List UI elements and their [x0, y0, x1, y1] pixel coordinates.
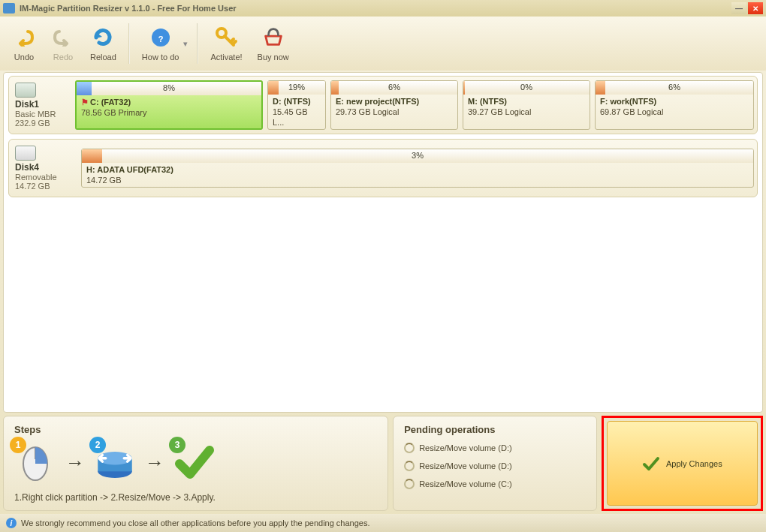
hdd-icon — [15, 83, 36, 98]
step-2-badge: 2 — [89, 437, 106, 453]
apply-highlight: Apply Changes — [602, 416, 763, 511]
spinner-icon — [404, 443, 415, 453]
minimize-button[interactable]: — — [731, 2, 746, 14]
toolbar-separator — [197, 23, 198, 64]
step-1-badge: 1 — [10, 437, 26, 453]
steps-text: 1.Right click partition -> 2.Resize/Move… — [14, 492, 377, 503]
help-icon: ? — [149, 26, 173, 50]
spinner-icon — [404, 461, 415, 471]
howto-button[interactable]: ? How to do — [134, 23, 187, 65]
partition[interactable]: 3% H: ADATA UFD(FAT32)14.72 GB — [81, 149, 754, 188]
lower-panels: Steps 1 → 2 → 3 1.Right click partition … — [3, 416, 763, 511]
howto-dropdown-icon[interactable]: ▾ — [183, 39, 188, 49]
undo-icon — [12, 26, 36, 50]
statusbar: i We strongly recommend you close all ot… — [0, 514, 766, 532]
activate-button[interactable]: Activate! — [203, 23, 249, 65]
flag-icon: ⚑ — [81, 98, 89, 107]
partition-container: 8% ⚑C: (FAT32)78.56 GB Primary 19% D: (N… — [75, 80, 754, 131]
steps-panel: Steps 1 → 2 → 3 1.Right click partition … — [3, 416, 388, 511]
partition[interactable]: 6% E: new project(NTFS)29.73 GB Logical — [330, 80, 458, 131]
partition[interactable]: 19% D: (NTFS)15.45 GB L... — [267, 80, 326, 131]
apply-changes-button[interactable]: Apply Changes — [607, 421, 758, 506]
reload-icon — [91, 26, 115, 50]
spinner-icon — [404, 479, 415, 489]
buy-button[interactable]: Buy now — [250, 23, 297, 65]
pending-item[interactable]: Resize/Move volume (C:) — [404, 477, 586, 491]
arrow-icon: → — [145, 451, 164, 474]
pending-panel: Pending operations Resize/Move volume (D… — [393, 416, 597, 511]
pending-item[interactable]: Resize/Move volume (D:) — [404, 459, 586, 473]
pending-item[interactable]: Resize/Move volume (D:) — [404, 441, 586, 455]
toolbar-separator — [128, 23, 130, 64]
partition-container: 3% H: ADATA UFD(FAT32)14.72 GB — [81, 149, 754, 188]
arrow-icon: → — [65, 451, 85, 474]
close-button[interactable]: ✕ — [748, 2, 763, 14]
basket-icon — [261, 26, 285, 50]
usb-icon — [15, 146, 36, 161]
step-3-badge: 3 — [169, 437, 185, 453]
svg-text:?: ? — [158, 35, 163, 44]
undo-button[interactable]: Undo — [5, 23, 44, 65]
partition[interactable]: 0% M: (NTFS)39.27 GB Logical — [463, 80, 590, 131]
toolbar: Undo Redo Reload ? How to do ▾ Activate!… — [0, 17, 766, 71]
disk-label: Disk1 Basic MBR 232.9 GB — [12, 80, 72, 131]
window-title: IM-Magic Partition Resizer v 1.1.0 - Fre… — [20, 4, 237, 13]
app-icon — [3, 3, 15, 14]
status-text: We strongly recommend you close all othe… — [21, 518, 370, 527]
disk-list: Disk1 Basic MBR 232.9 GB 8% ⚑C: (FAT32)7… — [3, 72, 763, 413]
info-icon: i — [6, 518, 17, 528]
redo-icon — [51, 26, 75, 50]
key-icon — [214, 26, 238, 50]
reload-button[interactable]: Reload — [83, 23, 124, 65]
disk-label: Disk4 Removable 14.72 GB — [12, 143, 78, 194]
steps-heading: Steps — [14, 424, 377, 435]
partition[interactable]: 6% F: work(NTFS)69.87 GB Logical — [595, 80, 754, 131]
redo-button[interactable]: Redo — [44, 23, 83, 65]
disk-row[interactable]: Disk4 Removable 14.72 GB 3% H: ADATA UFD… — [8, 139, 758, 197]
titlebar: IM-Magic Partition Resizer v 1.1.0 - Fre… — [0, 0, 766, 17]
pending-heading: Pending operations — [404, 424, 586, 435]
check-icon — [642, 455, 660, 473]
disk-row[interactable]: Disk1 Basic MBR 232.9 GB 8% ⚑C: (FAT32)7… — [8, 76, 758, 134]
partition[interactable]: 8% ⚑C: (FAT32)78.56 GB Primary — [75, 80, 263, 131]
